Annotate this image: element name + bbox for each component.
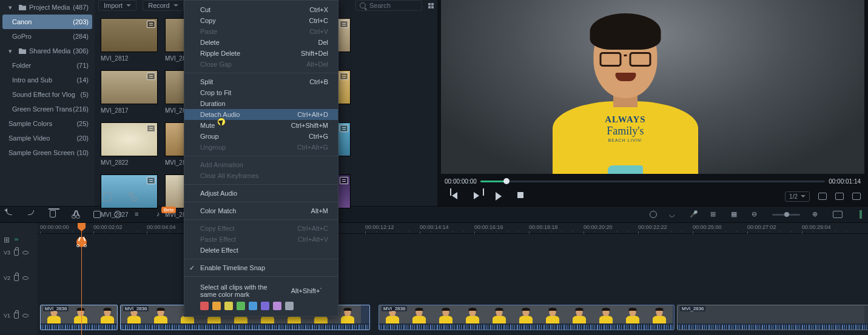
color-swatch[interactable] [273, 302, 281, 310]
preview-viewport[interactable]: ALWAYS Family's BEACH LIVIN' [441, 0, 864, 174]
color-swatch[interactable] [261, 302, 269, 310]
color-icon[interactable]: ≡ [135, 210, 143, 219]
folder-icon [19, 48, 26, 54]
record-dropdown[interactable]: Record [143, 0, 183, 11]
sidebar-item[interactable]: Sample Video(20) [0, 131, 95, 145]
play-button[interactable] [496, 192, 504, 201]
track-options-icon[interactable]: ⊞ [4, 236, 11, 243]
mic-icon[interactable]: 🎤 [690, 210, 698, 219]
menu-item[interactable]: Delete Effect [184, 245, 338, 256]
sidebar-item[interactable]: Green Screen Trans(216) [0, 102, 95, 116]
timeline-clip[interactable]: MVI_2836 [677, 305, 868, 330]
menu-item[interactable]: Color MatchAlt+M [184, 205, 338, 216]
timeline-clip[interactable]: MVI_2836 [40, 305, 118, 330]
grid-icon[interactable]: ▦ [731, 210, 739, 219]
menu-item: Close GapAlt+Del [184, 59, 338, 70]
eye-icon[interactable] [22, 314, 29, 317]
sidebar-item[interactable]: Folder(71) [0, 58, 95, 73]
menu-item[interactable]: ✓Enable Timeline Snap [184, 262, 338, 273]
track-header[interactable]: V2 [0, 273, 38, 284]
add-to-timeline-icon[interactable] [340, 125, 348, 132]
audio-icon[interactable]: ♪Beta [156, 210, 165, 219]
eye-icon[interactable] [22, 251, 29, 254]
sidebar-item[interactable]: Sound Effect for Vlog(5) [0, 87, 95, 102]
lock-icon[interactable] [14, 313, 19, 319]
context-menu: CutCtrl+XCopyCtrl+CPasteCtrl+VDeleteDelR… [184, 0, 338, 317]
import-folder-icon[interactable] [103, 193, 112, 201]
menu-item[interactable]: Select all clips with the same color mar… [200, 284, 322, 298]
sidebar-item[interactable]: Sample Green Screen(10) [0, 145, 95, 160]
add-to-timeline-icon[interactable] [340, 73, 348, 80]
timeline-tracks[interactable]: 00:00:00:0000:00:02:0200:00:04:0400:00:1… [38, 223, 868, 335]
stop-button[interactable] [517, 192, 526, 201]
sidebar-item[interactable]: ▾Project Media(487) [0, 0, 95, 15]
split-marker[interactable] [76, 237, 87, 247]
marker-icon[interactable]: ◡ [669, 210, 678, 219]
sidebar-item[interactable]: Canon(203) [2, 15, 92, 29]
color-swatch[interactable] [237, 302, 245, 310]
scrub-slider[interactable] [480, 181, 825, 182]
color-swatch[interactable] [200, 302, 209, 310]
add-to-timeline-icon[interactable] [340, 21, 348, 28]
color-swatch[interactable] [285, 302, 294, 310]
zoom-out-icon[interactable]: ⊖ [752, 210, 760, 219]
sidebar-item[interactable]: GoPro(284) [0, 29, 95, 44]
eye-icon[interactable] [22, 276, 29, 280]
link-icon[interactable] [129, 193, 137, 201]
menu-item[interactable]: Ripple DeleteShift+Del [184, 48, 338, 59]
sidebar-item[interactable]: ▾Shared Media(306) [0, 44, 95, 58]
zoom-in-icon[interactable]: ⊕ [812, 210, 821, 219]
pager[interactable]: 1/2 [785, 191, 810, 202]
zoom-slider[interactable] [772, 214, 800, 216]
track-header[interactable]: V1 [0, 310, 38, 321]
step-forward-button[interactable] [474, 192, 482, 201]
link-sync-icon[interactable]: ∞ [15, 236, 18, 242]
media-thumbnail[interactable]: MVI_2822 [101, 122, 158, 166]
speed-icon[interactable] [114, 211, 121, 218]
redo-icon[interactable] [28, 210, 36, 219]
add-to-timeline-icon[interactable] [147, 125, 155, 132]
sidebar-item[interactable]: Sample Colors(25) [0, 116, 95, 131]
delete-icon[interactable] [50, 210, 58, 219]
aspect-icon[interactable] [835, 193, 844, 200]
menu-item[interactable]: CopyCtrl+C [184, 15, 338, 26]
timeline-clip[interactable]: MVI_2836 [378, 305, 675, 330]
menu-item[interactable]: Duration [184, 98, 338, 109]
timeline-ruler[interactable]: 00:00:00:0000:00:02:0200:00:04:0400:00:1… [38, 223, 868, 234]
render-icon[interactable] [650, 211, 657, 218]
menu-item[interactable]: GroupCtrl+G [184, 131, 338, 142]
zoom-fit-icon[interactable] [833, 211, 843, 218]
lock-icon[interactable] [14, 275, 19, 281]
menu-item[interactable]: DeleteDel [184, 37, 338, 48]
shirt-text-2: Family's [589, 125, 662, 138]
mixer-icon[interactable]: ⊞ [710, 210, 719, 219]
undo-icon[interactable] [6, 210, 15, 219]
color-swatch[interactable] [212, 302, 221, 310]
sidebar-item[interactable]: Intro and Sub(14) [0, 73, 95, 87]
split-icon[interactable] [72, 210, 80, 219]
menu-item[interactable]: SplitCtrl+B [184, 76, 338, 87]
track-header[interactable]: V3 [0, 247, 38, 258]
lock-icon[interactable] [14, 250, 19, 256]
snapshot-icon[interactable] [818, 193, 827, 200]
search-input[interactable]: Search [355, 0, 422, 11]
import-dropdown[interactable]: Import [98, 0, 136, 11]
menu-item[interactable]: MuteCtrl+Shift+M [184, 120, 338, 131]
crop-icon[interactable] [93, 211, 101, 218]
add-to-timeline-icon[interactable] [147, 73, 155, 80]
menu-item[interactable]: Crop to Fit [184, 87, 338, 98]
menu-item[interactable]: Detach AudioCtrl+Alt+D [184, 109, 338, 120]
view-grid-icon[interactable] [428, 3, 434, 8]
add-to-timeline-icon[interactable] [147, 177, 155, 184]
menu-item[interactable]: Adjust Audio [184, 188, 338, 199]
color-swatch[interactable] [224, 302, 233, 310]
media-thumbnail[interactable]: MVI_2812 [101, 18, 158, 62]
record-indicator[interactable] [860, 210, 862, 219]
color-swatch[interactable] [249, 302, 257, 310]
media-thumbnail[interactable]: MVI_2817 [101, 70, 158, 114]
add-to-timeline-icon[interactable] [147, 21, 155, 28]
step-back-button[interactable] [452, 192, 460, 201]
menu-item[interactable]: CutCtrl+X [184, 4, 338, 15]
add-to-timeline-icon[interactable] [340, 177, 348, 184]
speaker-icon[interactable] [852, 193, 861, 200]
